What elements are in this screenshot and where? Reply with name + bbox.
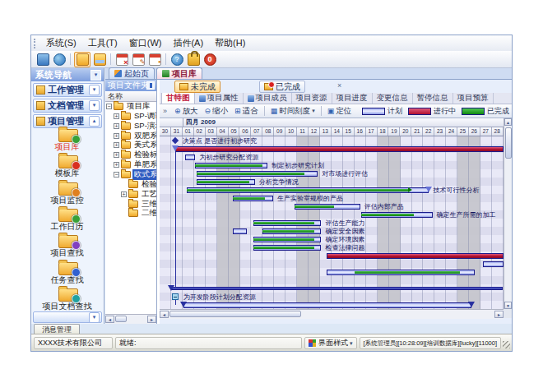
task-bar-5[interactable] [197, 179, 255, 185]
sidebar-section-0[interactable]: 工作管理▾ [33, 83, 102, 97]
scroll-right-button[interactable]: ► [147, 316, 156, 323]
globe-button[interactable] [52, 53, 67, 67]
scroll-left-button[interactable]: ◄ [160, 311, 169, 318]
tree-item-7[interactable]: −欧式系列 [114, 170, 156, 179]
task-bar-15[interactable] [327, 253, 504, 259]
scroll-thumb[interactable] [115, 316, 127, 322]
tree-item-2[interactable]: +SP-演示机系列 [114, 122, 156, 131]
tree-hscrollbar[interactable]: ◄► [105, 314, 156, 324]
timescale-button[interactable]: ▦时间刻度▾ [267, 105, 318, 117]
task-bar-2[interactable] [185, 154, 196, 160]
cal-edit-button[interactable] [131, 53, 146, 67]
toolbar-overflow-icon[interactable]: » [163, 107, 167, 115]
task-bar-17[interactable] [327, 270, 475, 275]
gantt-tab-项目进度[interactable]: 项目进度 [332, 93, 373, 104]
scroll-down-button[interactable]: ▼ [504, 302, 512, 309]
lock-button[interactable] [186, 53, 201, 67]
zoom-in-button[interactable]: ⊕放大 [171, 105, 202, 117]
expand-icon[interactable]: + [114, 123, 119, 129]
sidebar-section-1[interactable]: 文档管理▾ [33, 99, 102, 113]
expand-icon[interactable]: + [114, 133, 119, 139]
tree-item-0[interactable]: −项目库 [106, 102, 152, 111]
cal-clock-button[interactable] [147, 53, 162, 67]
gantt-tab-项目成员[interactable]: 项目成员 [244, 93, 292, 104]
task-bar-1[interactable] [175, 146, 504, 152]
scroll-right-button[interactable]: ► [494, 311, 504, 318]
collapse-icon[interactable]: − [106, 104, 112, 109]
menu-item-4[interactable]: 帮助(H) [209, 36, 251, 50]
chevron-down-icon[interactable]: ▾ [89, 85, 100, 95]
help-button[interactable]: ? [169, 53, 184, 67]
collapse-icon[interactable]: − [114, 172, 119, 178]
sidebar-item-4[interactable]: 项目查找 [31, 232, 103, 257]
scroll-thumb[interactable] [505, 127, 512, 159]
gantt-vscrollbar[interactable]: ▲▼ [504, 118, 512, 309]
tree-item-11[interactable]: 二维文件 [121, 209, 156, 218]
power-button[interactable]: 0 [202, 53, 217, 67]
expand-icon[interactable]: + [114, 113, 119, 119]
scroll-left-button[interactable]: ◄ [105, 316, 114, 323]
gantt-tab-变更信息[interactable]: 变更信息 [373, 93, 413, 104]
tree-item-6[interactable]: +单肥系列 [114, 160, 156, 169]
monitor-button[interactable] [35, 53, 50, 67]
tree-item-1[interactable]: +SP-调试机系列 [114, 112, 156, 121]
resize-grip[interactable] [503, 341, 510, 348]
tree-item-9[interactable]: +工艺文件 [121, 190, 156, 199]
menu-item-1[interactable]: 工具(T) [82, 36, 123, 50]
task-bar-18[interactable] [171, 287, 503, 290]
task-bar-20[interactable] [183, 302, 471, 308]
tree-item-8[interactable]: 检验文件 [121, 180, 156, 189]
fit-button[interactable]: ⊞适合 [231, 105, 262, 117]
task-bar-11[interactable] [233, 228, 247, 234]
tree-item-4[interactable]: +美式系列 [114, 141, 156, 150]
menu-item-3[interactable]: 插件(A) [167, 36, 209, 50]
expand-icon[interactable]: + [114, 152, 119, 158]
sidebar-collapse-button[interactable]: ▾ [90, 70, 101, 81]
menu-item-0[interactable]: 系统(S) [40, 36, 82, 50]
task-bar-7[interactable] [233, 196, 273, 201]
task-bar-10[interactable] [253, 220, 321, 226]
sidebar-item-2[interactable]: 项目监控 [31, 179, 103, 205]
filter-未完成[interactable]: 未完成 [174, 81, 220, 93]
cal-x-button[interactable] [114, 53, 129, 67]
filter-已完成[interactable]: 已完成 [259, 81, 305, 93]
sidebar-item-0[interactable]: 项目库 [31, 126, 103, 151]
task-bar-3[interactable] [195, 163, 267, 168]
scroll-thumb[interactable] [169, 311, 301, 317]
gantt-tab-项目属性[interactable]: 项目属性 [195, 93, 244, 104]
tab-起始页[interactable]: 起始页 [109, 67, 155, 79]
sidebar-item-5[interactable]: 任务查找 [31, 259, 103, 284]
gantt-tab-项目预算[interactable]: 项目预算 [453, 93, 494, 104]
task-bar-8[interactable] [295, 204, 360, 210]
task-bar-13[interactable] [253, 237, 321, 242]
gantt-tab-项目资源[interactable]: 项目资源 [292, 93, 332, 104]
menu-item-2[interactable]: 窗口(W) [123, 36, 168, 50]
tree-item-5[interactable]: +检验标准 [114, 150, 156, 159]
task-bar-6[interactable] [187, 187, 429, 193]
sidebar-item-6[interactable]: 项目文档查找 [31, 285, 103, 311]
folder-button[interactable] [92, 53, 107, 67]
sidebar-overflow-bar[interactable]: ▾ [33, 311, 102, 323]
zoom-out-button[interactable]: ⊖缩小 [202, 105, 232, 117]
sidebar-item-3[interactable]: 工作日历 [31, 205, 103, 231]
task-bar-12[interactable] [262, 228, 321, 234]
ui-style-selector[interactable]: 界面样式 ▾ [304, 337, 357, 349]
summary-collapse-icon[interactable] [172, 293, 179, 300]
task-bar-9[interactable] [361, 212, 432, 218]
scroll-up-button[interactable]: ▲ [504, 118, 512, 126]
gantt-tab-甘特图[interactable]: 甘特图 [161, 93, 195, 104]
tree-item-3[interactable]: +双肥系列 [114, 131, 156, 141]
gantt-tab-暂停信息[interactable]: 暂停信息 [413, 93, 453, 104]
filter-close-icon[interactable]: × [337, 81, 341, 90]
expand-icon[interactable]: + [114, 142, 119, 148]
task-bar-4[interactable] [197, 171, 318, 177]
locate-button[interactable]: ▣定位 [324, 105, 355, 117]
chevron-down-icon[interactable]: ▾ [89, 100, 100, 111]
gantt-hscrollbar[interactable]: ◄► [160, 309, 504, 319]
expand-icon[interactable]: + [121, 191, 127, 197]
folder-open-button[interactable] [74, 52, 90, 67]
task-bar-16[interactable] [483, 261, 504, 267]
sidebar-item-1[interactable]: 模板库 [31, 152, 103, 178]
tab-项目库[interactable]: 项目库 [156, 67, 202, 79]
task-bar-14[interactable] [253, 245, 321, 251]
